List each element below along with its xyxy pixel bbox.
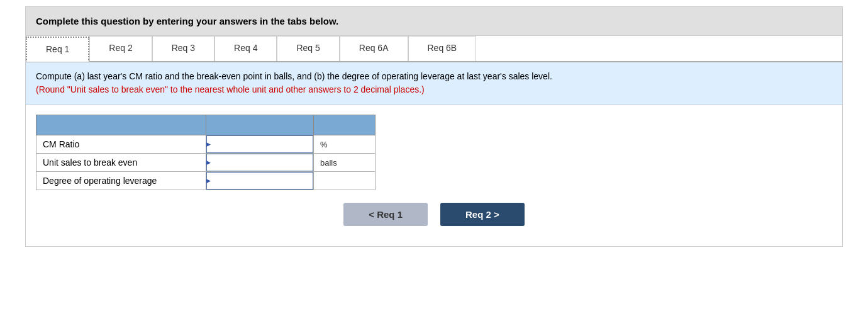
table-header-row [36,115,376,135]
description-main: Compute (a) last year's CM ratio and the… [36,71,552,81]
tab-req6b[interactable]: Req 6B [408,36,477,61]
instruction-bar: Complete this question by entering your … [26,7,842,36]
tab-req4[interactable]: Req 4 [214,36,277,61]
header-value-cell [206,115,314,135]
table-row-leverage: Degree of operating leverage ► [36,172,376,190]
header-unit-cell [314,115,376,135]
description-box: Compute (a) last year's CM ratio and the… [26,62,842,105]
prev-button[interactable]: < Req 1 [343,203,428,226]
input-unit-sales[interactable] [206,154,314,171]
data-table: CM Ratio ► % Unit sales to break even [36,115,376,190]
header-label-cell [36,115,206,135]
input-leverage[interactable] [206,172,314,190]
input-cell-leverage[interactable]: ► [206,172,314,190]
table-row-unit-sales: Unit sales to break even ► balls [36,154,376,172]
tab-req3[interactable]: Req 3 [152,36,214,61]
unit-leverage [314,172,376,190]
instruction-text: Complete this question by entering your … [36,16,338,26]
nav-buttons: < Req 1 Req 2 > [36,190,832,236]
unit-cm-ratio: % [314,135,376,154]
unit-unit-sales: balls [314,154,376,172]
tab-req2[interactable]: Req 2 [89,36,152,61]
description-note: (Round "Unit sales to break even" to the… [36,84,425,94]
tab-req1[interactable]: Req 1 [26,37,89,62]
content-area: CM Ratio ► % Unit sales to break even [26,105,842,246]
input-cell-unit-sales[interactable]: ► [206,154,314,172]
main-container: Complete this question by entering your … [25,6,843,247]
input-cm-ratio[interactable] [206,135,314,153]
table-row-cm-ratio: CM Ratio ► % [36,135,376,154]
label-cm-ratio: CM Ratio [36,135,206,154]
next-button[interactable]: Req 2 > [440,203,525,226]
input-cell-cm-ratio[interactable]: ► [206,135,314,154]
tab-req5[interactable]: Req 5 [277,36,339,61]
label-leverage: Degree of operating leverage [36,172,206,190]
tabs-row: Req 1 Req 2 Req 3 Req 4 Req 5 Req 6A Req… [26,36,842,62]
label-unit-sales: Unit sales to break even [36,154,206,172]
tab-req6a[interactable]: Req 6A [340,36,408,61]
